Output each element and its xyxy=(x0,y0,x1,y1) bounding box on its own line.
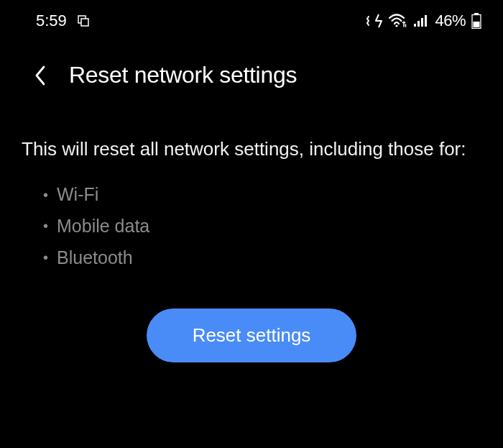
svg-rect-5 xyxy=(421,18,423,27)
status-bar-right: 46% xyxy=(366,12,481,30)
list-item: • Bluetooth xyxy=(43,242,481,274)
list-item: • Wi-Fi xyxy=(43,179,481,211)
clock-text: 5:59 xyxy=(36,12,67,30)
vibrate-icon xyxy=(366,13,383,29)
button-container: Reset settings xyxy=(22,308,481,362)
status-bar-left: 5:59 xyxy=(36,12,90,30)
page-title: Reset network settings xyxy=(69,62,297,88)
svg-rect-6 xyxy=(425,15,427,27)
list-item: • Mobile data xyxy=(43,211,481,242)
content-area: This will reset all network settings, in… xyxy=(0,103,503,362)
bullet-icon: • xyxy=(43,245,48,270)
svg-rect-3 xyxy=(414,24,416,27)
list-item-label: Wi-Fi xyxy=(57,179,98,211)
app-bar: Reset network settings xyxy=(0,36,503,103)
list-item-label: Bluetooth xyxy=(57,242,133,274)
status-bar: 5:59 xyxy=(0,0,503,36)
description-text: This will reset all network settings, in… xyxy=(22,134,481,163)
bullet-icon: • xyxy=(43,214,48,239)
svg-rect-4 xyxy=(417,21,420,27)
list-item-label: Mobile data xyxy=(57,211,149,242)
bullet-icon: • xyxy=(43,183,48,208)
reset-items-list: • Wi-Fi • Mobile data • Bluetooth xyxy=(22,179,481,273)
battery-percent-text: 46% xyxy=(435,12,466,30)
signal-icon xyxy=(413,14,429,27)
back-button[interactable] xyxy=(34,65,46,86)
svg-rect-1 xyxy=(81,19,88,26)
app-indicator-icon xyxy=(77,14,90,27)
battery-icon xyxy=(471,13,481,29)
reset-settings-button[interactable]: Reset settings xyxy=(147,308,357,362)
wifi-icon xyxy=(389,14,407,28)
svg-rect-9 xyxy=(474,22,480,27)
svg-point-2 xyxy=(396,24,398,27)
